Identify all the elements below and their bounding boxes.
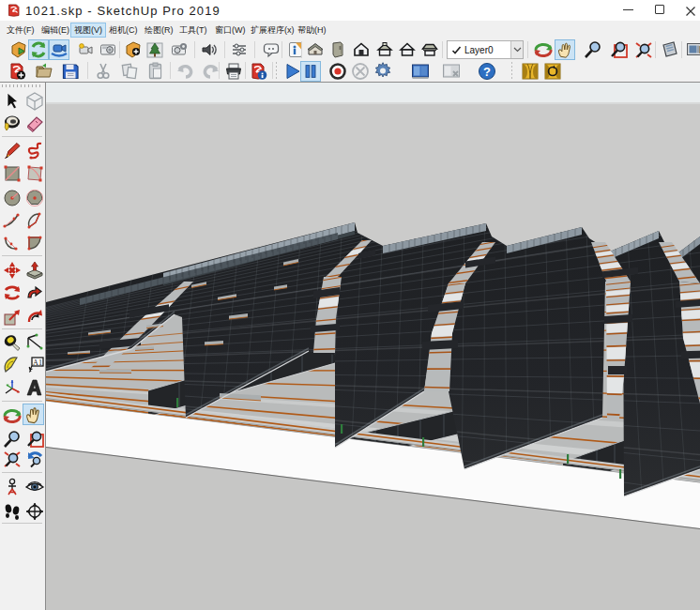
svg-text:A1: A1	[33, 358, 42, 366]
svg-text:?: ?	[483, 65, 491, 79]
